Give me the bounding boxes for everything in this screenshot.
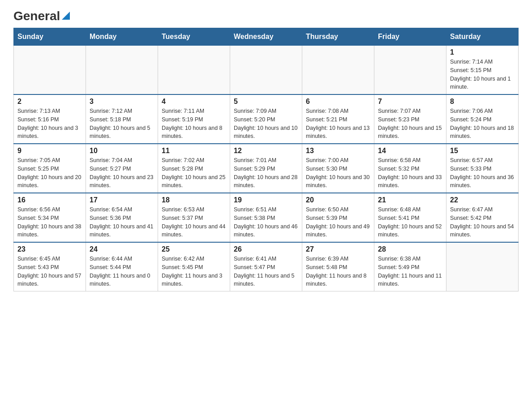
day-info: Sunrise: 7:13 AMSunset: 5:16 PMDaylight:… [17, 107, 82, 141]
calendar-cell: 6Sunrise: 7:08 AMSunset: 5:21 PMDaylight… [302, 94, 374, 144]
day-number: 11 [162, 147, 226, 155]
calendar-cell: 11Sunrise: 7:02 AMSunset: 5:28 PMDayligh… [158, 144, 230, 193]
day-info: Sunrise: 6:48 AMSunset: 5:41 PMDaylight:… [378, 206, 442, 239]
calendar-cell: 17Sunrise: 6:54 AMSunset: 5:36 PMDayligh… [86, 193, 158, 242]
calendar-cell [302, 46, 374, 95]
calendar-cell: 25Sunrise: 6:42 AMSunset: 5:45 PMDayligh… [158, 242, 230, 291]
calendar-cell: 2Sunrise: 7:13 AMSunset: 5:16 PMDaylight… [14, 94, 86, 144]
calendar-cell: 19Sunrise: 6:51 AMSunset: 5:38 PMDayligh… [230, 193, 302, 242]
day-number: 28 [378, 245, 442, 253]
calendar-cell: 24Sunrise: 6:44 AMSunset: 5:44 PMDayligh… [86, 242, 158, 291]
calendar-cell: 12Sunrise: 7:01 AMSunset: 5:29 PMDayligh… [230, 144, 302, 193]
calendar-cell [230, 46, 302, 95]
calendar-cell: 8Sunrise: 7:06 AMSunset: 5:24 PMDaylight… [446, 94, 519, 144]
calendar-cell: 21Sunrise: 6:48 AMSunset: 5:41 PMDayligh… [374, 193, 446, 242]
day-info: Sunrise: 6:56 AMSunset: 5:34 PMDaylight:… [17, 206, 82, 239]
day-info: Sunrise: 7:02 AMSunset: 5:28 PMDaylight:… [162, 156, 226, 190]
day-info: Sunrise: 7:11 AMSunset: 5:19 PMDaylight:… [162, 107, 226, 141]
day-number: 7 [378, 98, 442, 106]
day-of-week-header: Thursday [302, 28, 374, 46]
day-number: 2 [17, 98, 82, 106]
day-number: 22 [450, 196, 515, 204]
calendar-cell: 3Sunrise: 7:12 AMSunset: 5:18 PMDaylight… [86, 94, 158, 144]
calendar-cell: 23Sunrise: 6:45 AMSunset: 5:43 PMDayligh… [14, 242, 86, 291]
calendar-cell: 10Sunrise: 7:04 AMSunset: 5:27 PMDayligh… [86, 144, 158, 193]
logo-triangle-icon [62, 12, 70, 21]
day-number: 13 [306, 147, 370, 155]
day-info: Sunrise: 7:14 AMSunset: 5:15 PMDaylight:… [450, 58, 515, 91]
day-number: 17 [90, 196, 154, 204]
day-of-week-header: Tuesday [158, 28, 230, 46]
day-info: Sunrise: 7:06 AMSunset: 5:24 PMDaylight:… [450, 107, 515, 141]
day-info: Sunrise: 6:47 AMSunset: 5:42 PMDaylight:… [450, 206, 515, 239]
day-info: Sunrise: 6:42 AMSunset: 5:45 PMDaylight:… [162, 255, 226, 288]
day-number: 19 [234, 196, 298, 204]
calendar-week-row: 23Sunrise: 6:45 AMSunset: 5:43 PMDayligh… [14, 242, 519, 291]
calendar-cell: 16Sunrise: 6:56 AMSunset: 5:34 PMDayligh… [14, 193, 86, 242]
calendar-cell [374, 46, 446, 95]
day-number: 10 [90, 147, 154, 155]
calendar-cell [446, 242, 519, 291]
day-number: 26 [234, 245, 298, 253]
calendar-cell: 28Sunrise: 6:38 AMSunset: 5:49 PMDayligh… [374, 242, 446, 291]
page-header: General [13, 9, 519, 23]
day-number: 6 [306, 98, 370, 106]
day-of-week-header: Sunday [14, 28, 86, 46]
calendar-cell: 22Sunrise: 6:47 AMSunset: 5:42 PMDayligh… [446, 193, 519, 242]
day-info: Sunrise: 7:07 AMSunset: 5:23 PMDaylight:… [378, 107, 442, 141]
day-info: Sunrise: 7:05 AMSunset: 5:25 PMDaylight:… [17, 156, 82, 190]
calendar-cell: 18Sunrise: 6:53 AMSunset: 5:37 PMDayligh… [158, 193, 230, 242]
calendar-cell: 1Sunrise: 7:14 AMSunset: 5:15 PMDaylight… [446, 46, 519, 95]
day-number: 18 [162, 196, 226, 204]
day-info: Sunrise: 6:51 AMSunset: 5:38 PMDaylight:… [234, 206, 298, 239]
calendar-cell [14, 46, 86, 95]
day-info: Sunrise: 7:08 AMSunset: 5:21 PMDaylight:… [306, 107, 370, 141]
day-info: Sunrise: 6:38 AMSunset: 5:49 PMDaylight:… [378, 255, 442, 288]
calendar-cell: 14Sunrise: 6:58 AMSunset: 5:32 PMDayligh… [374, 144, 446, 193]
calendar-week-row: 2Sunrise: 7:13 AMSunset: 5:16 PMDaylight… [14, 94, 519, 144]
day-info: Sunrise: 6:50 AMSunset: 5:39 PMDaylight:… [306, 206, 370, 239]
day-number: 9 [17, 147, 82, 155]
logo: General [13, 9, 70, 23]
day-number: 8 [450, 98, 515, 106]
day-number: 24 [90, 245, 154, 253]
calendar-cell: 27Sunrise: 6:39 AMSunset: 5:48 PMDayligh… [302, 242, 374, 291]
day-number: 27 [306, 245, 370, 253]
day-number: 4 [162, 98, 226, 106]
day-info: Sunrise: 7:09 AMSunset: 5:20 PMDaylight:… [234, 107, 298, 141]
day-of-week-header: Monday [86, 28, 158, 46]
calendar-cell: 7Sunrise: 7:07 AMSunset: 5:23 PMDaylight… [374, 94, 446, 144]
day-info: Sunrise: 6:57 AMSunset: 5:33 PMDaylight:… [450, 156, 515, 190]
calendar-cell [158, 46, 230, 95]
day-number: 21 [378, 196, 442, 204]
day-number: 20 [306, 196, 370, 204]
day-info: Sunrise: 6:39 AMSunset: 5:48 PMDaylight:… [306, 255, 370, 288]
day-number: 14 [378, 147, 442, 155]
day-number: 5 [234, 98, 298, 106]
day-info: Sunrise: 7:12 AMSunset: 5:18 PMDaylight:… [90, 107, 154, 141]
day-info: Sunrise: 7:04 AMSunset: 5:27 PMDaylight:… [90, 156, 154, 190]
day-info: Sunrise: 7:00 AMSunset: 5:30 PMDaylight:… [306, 156, 370, 190]
day-number: 15 [450, 147, 515, 155]
day-info: Sunrise: 6:58 AMSunset: 5:32 PMDaylight:… [378, 156, 442, 190]
day-info: Sunrise: 6:41 AMSunset: 5:47 PMDaylight:… [234, 255, 298, 288]
calendar-cell: 13Sunrise: 7:00 AMSunset: 5:30 PMDayligh… [302, 144, 374, 193]
calendar-cell [86, 46, 158, 95]
day-info: Sunrise: 6:53 AMSunset: 5:37 PMDaylight:… [162, 206, 226, 239]
calendar-week-row: 16Sunrise: 6:56 AMSunset: 5:34 PMDayligh… [14, 193, 519, 242]
day-of-week-header: Wednesday [230, 28, 302, 46]
svg-marker-0 [62, 12, 70, 20]
calendar-cell: 20Sunrise: 6:50 AMSunset: 5:39 PMDayligh… [302, 193, 374, 242]
day-info: Sunrise: 7:01 AMSunset: 5:29 PMDaylight:… [234, 156, 298, 190]
day-number: 23 [17, 245, 82, 253]
day-number: 25 [162, 245, 226, 253]
day-of-week-header: Saturday [446, 28, 519, 46]
day-number: 16 [17, 196, 82, 204]
calendar-week-row: 9Sunrise: 7:05 AMSunset: 5:25 PMDaylight… [14, 144, 519, 193]
calendar-cell: 15Sunrise: 6:57 AMSunset: 5:33 PMDayligh… [446, 144, 519, 193]
day-info: Sunrise: 6:44 AMSunset: 5:44 PMDaylight:… [90, 255, 154, 288]
day-of-week-header: Friday [374, 28, 446, 46]
day-number: 3 [90, 98, 154, 106]
calendar-week-row: 1Sunrise: 7:14 AMSunset: 5:15 PMDaylight… [14, 46, 519, 95]
logo-general-text: General [13, 9, 60, 23]
